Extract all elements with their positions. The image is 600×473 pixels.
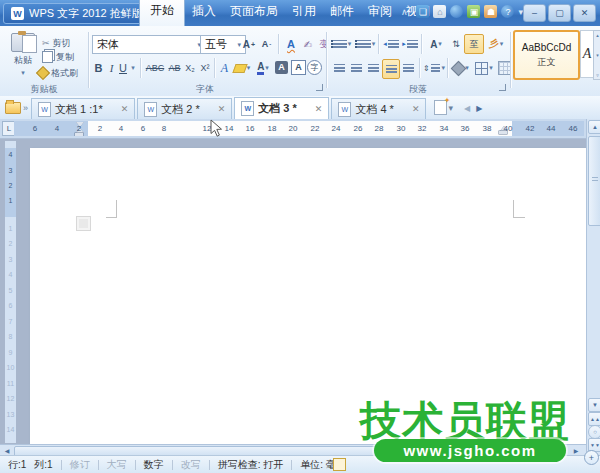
- shading-button[interactable]: ▾: [451, 59, 471, 77]
- ribbon-tab-3[interactable]: 页面布局: [223, 0, 285, 26]
- overtype-toggle[interactable]: 改写: [181, 458, 201, 472]
- vertical-scroll-thumb[interactable]: [588, 136, 600, 226]
- ribbon-tab-2[interactable]: 插入: [185, 0, 223, 26]
- underline-button[interactable]: U: [117, 59, 129, 77]
- help-icon[interactable]: ?: [501, 5, 514, 18]
- spell-check-status[interactable]: 拼写检查: 打开: [218, 458, 284, 472]
- ruler-number: 46: [569, 124, 578, 133]
- font-size-combo[interactable]: 五号 ▾: [200, 35, 246, 54]
- compact-spacing-icon[interactable]: ⇅: [449, 35, 463, 53]
- crop-mark-right: [513, 200, 514, 218]
- ribbon-tab-5[interactable]: 邮件: [323, 0, 361, 26]
- strikethrough-button[interactable]: ABC: [144, 59, 166, 77]
- align-left-button[interactable]: [331, 59, 347, 77]
- styles-gallery-scroll[interactable]: ▴ ▾ ▿: [593, 30, 600, 80]
- underline-options-icon[interactable]: ▾: [129, 59, 137, 77]
- select-browse-object-button[interactable]: ○: [588, 425, 600, 439]
- paragraph-dialog-launcher-icon[interactable]: [499, 84, 506, 91]
- share-icon[interactable]: ▣: [467, 5, 480, 18]
- line-spacing-icon: [431, 64, 441, 73]
- scroll-up-button[interactable]: ▲: [588, 120, 600, 134]
- shrink-font-button[interactable]: A-: [259, 35, 274, 53]
- vertical-ruler[interactable]: 43211234567891011121314: [5, 141, 16, 443]
- highlight-button[interactable]: ▾: [232, 59, 252, 77]
- close-button[interactable]: ✕: [573, 4, 596, 22]
- decrease-indent-button[interactable]: ◂: [382, 35, 400, 53]
- text-tool-icon[interactable]: A: [283, 35, 299, 53]
- justify-button[interactable]: [382, 59, 400, 79]
- scroll-up-icon[interactable]: ▴: [596, 32, 599, 38]
- close-tab-icon[interactable]: ✕: [218, 104, 226, 114]
- style-card-next[interactable]: A: [580, 30, 593, 78]
- text-effects-button[interactable]: 彡 ▾: [485, 35, 507, 53]
- page-view-icon[interactable]: [333, 458, 346, 471]
- user-account-icon[interactable]: ☗: [484, 5, 497, 18]
- character-scale-button[interactable]: A ▾: [425, 35, 447, 53]
- borders-button[interactable]: ▾: [473, 59, 495, 77]
- zoom-in-button[interactable]: +: [584, 450, 599, 465]
- scroll-down-icon[interactable]: ▾: [596, 52, 599, 58]
- subscript-button[interactable]: X₂: [183, 59, 197, 77]
- character-border-button[interactable]: A: [291, 58, 306, 76]
- open-folder-icon[interactable]: [5, 102, 21, 114]
- scroll-down-button[interactable]: ▼: [588, 398, 600, 412]
- distribute-button[interactable]: [400, 59, 416, 77]
- align-right-button[interactable]: [365, 59, 381, 77]
- format-painter-button[interactable]: 格式刷: [38, 64, 78, 82]
- app-menu-button[interactable]: W WPS 文字 2012 抢鲜版 ▾: [3, 3, 160, 24]
- crop-mark-right: [513, 217, 525, 218]
- collapse-ribbon-icon[interactable]: ∧: [401, 7, 408, 17]
- web-browser-icon[interactable]: [450, 5, 463, 18]
- wps-writer-window: W WPS 文字 2012 抢鲜版 ▾ 开始插入页面布局引用邮件审阅视图 ∧ ❏…: [0, 0, 600, 473]
- switch-windows-icon[interactable]: ❏: [416, 5, 429, 18]
- maximize-button[interactable]: ▢: [548, 4, 571, 22]
- align-center-button[interactable]: [348, 59, 364, 77]
- document-tab-2[interactable]: W文档 2 *✕: [137, 98, 232, 119]
- scroll-left-button[interactable]: ◀: [1, 446, 13, 455]
- minimize-button[interactable]: –: [523, 4, 546, 22]
- previous-page-button[interactable]: ▲▲: [588, 412, 600, 426]
- new-document-icon[interactable]: [434, 100, 447, 115]
- paste-button[interactable]: 粘贴 ▾: [8, 33, 38, 77]
- style-card-body-text[interactable]: AaBbCcDd 正文: [513, 30, 580, 80]
- ruler-number: 6: [33, 124, 37, 133]
- close-tab-icon[interactable]: ✕: [315, 104, 323, 114]
- tab-scroll-right-icon[interactable]: ▶: [476, 104, 482, 113]
- font-color-button[interactable]: A ▾: [253, 59, 273, 77]
- document-tab-4[interactable]: W文档 4 *✕: [331, 98, 426, 119]
- enclose-character-button[interactable]: 字: [307, 58, 322, 76]
- tab-scroll-left-icon[interactable]: ◀: [464, 104, 470, 113]
- close-tab-icon[interactable]: ✕: [412, 104, 420, 114]
- superscript-button[interactable]: X²: [198, 59, 212, 77]
- ribbon-tab-6[interactable]: 审阅: [361, 0, 399, 26]
- left-indent-marker[interactable]: [75, 133, 83, 136]
- scroll-right-button[interactable]: ▶: [570, 446, 582, 455]
- separator: [214, 58, 215, 78]
- document-tab-1[interactable]: W文档 1 :1*✕: [31, 98, 135, 119]
- grow-font-button[interactable]: A+: [241, 35, 257, 53]
- italic-button[interactable]: I: [106, 59, 117, 77]
- line-spacing-button[interactable]: ⇕ ▾: [423, 59, 445, 77]
- paragraph-layout-button[interactable]: 至: [464, 34, 484, 54]
- numbering-button[interactable]: ▾: [354, 35, 376, 53]
- ribbon-tab-4[interactable]: 引用: [285, 0, 323, 26]
- double-strikethrough-button[interactable]: AB: [167, 59, 182, 77]
- vertical-scrollbar[interactable]: ▲ ▼ ▲▲ ○ ▼▼: [586, 119, 600, 455]
- bold-button[interactable]: B: [92, 59, 105, 77]
- document-tab-3[interactable]: W文档 3 *✕: [234, 97, 329, 119]
- gallery-expand-icon[interactable]: ▿: [596, 72, 599, 78]
- bullets-button[interactable]: ▾: [330, 35, 352, 53]
- horizontal-ruler[interactable]: 6422468121416182022242628303234363840424…: [14, 121, 584, 136]
- document-icon: W: [338, 102, 351, 117]
- ribbon-tab-1[interactable]: 开始: [139, 0, 185, 26]
- track-changes-toggle[interactable]: 修订: [70, 458, 90, 472]
- font-dialog-launcher-icon[interactable]: [316, 84, 323, 91]
- phonetic-guide-icon[interactable]: A: [218, 59, 231, 77]
- pinyin-guide-icon[interactable]: ✍: [300, 35, 316, 53]
- home-icon[interactable]: ⌂: [433, 5, 446, 18]
- tab-overflow-icon[interactable]: »: [23, 103, 28, 113]
- close-tab-icon[interactable]: ✕: [121, 104, 129, 114]
- font-name-combo[interactable]: 宋体 ▾: [92, 35, 206, 54]
- increase-indent-button[interactable]: ▸: [401, 35, 419, 53]
- character-shading-button[interactable]: A: [275, 58, 288, 76]
